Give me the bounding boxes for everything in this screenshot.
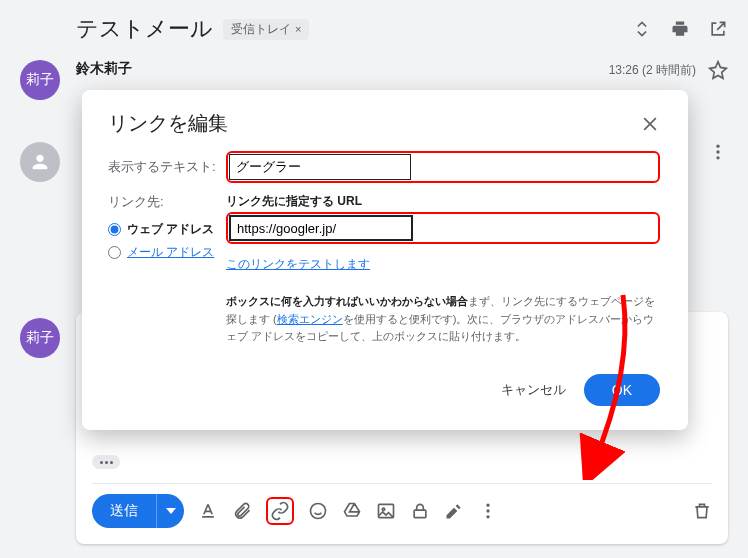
- discard-icon[interactable]: [692, 501, 712, 521]
- edit-link-dialog: リンクを編集 表示するテキスト: リンク先: ウェブ アドレス メール アドレス: [82, 90, 688, 430]
- signature-icon[interactable]: [444, 501, 464, 521]
- label-chip-text: 受信トレイ: [231, 21, 291, 38]
- svg-point-5: [382, 508, 385, 511]
- label-chip[interactable]: 受信トレイ ×: [223, 19, 309, 40]
- svg-point-0: [716, 145, 719, 148]
- svg-point-8: [486, 509, 489, 512]
- svg-point-9: [486, 515, 489, 518]
- drive-icon[interactable]: [342, 501, 362, 521]
- timestamp: 13:26 (2 時間前): [609, 62, 696, 79]
- print-icon[interactable]: [670, 19, 690, 39]
- open-new-icon[interactable]: [708, 19, 728, 39]
- test-link[interactable]: このリンクをテストします: [226, 256, 660, 273]
- url-title: リンク先に指定する URL: [226, 193, 660, 210]
- svg-point-1: [716, 150, 719, 153]
- link-target-label: リンク先:: [108, 193, 220, 211]
- compose-avatar: 莉子: [20, 318, 60, 358]
- radio-mail-input[interactable]: [108, 246, 121, 259]
- help-text: ボックスに何を入力すればいいかわからない場合まず、リンク先にするウェブページを探…: [226, 293, 660, 346]
- ok-button[interactable]: OK: [584, 374, 660, 406]
- svg-rect-6: [414, 510, 426, 518]
- svg-point-3: [311, 504, 326, 519]
- svg-point-2: [716, 156, 719, 159]
- cancel-button[interactable]: キャンセル: [501, 381, 566, 399]
- insert-link-icon[interactable]: [266, 497, 294, 525]
- dialog-title: リンクを編集: [108, 110, 228, 137]
- radio-web-input[interactable]: [108, 223, 121, 236]
- display-text-input[interactable]: [229, 154, 411, 180]
- star-icon[interactable]: [708, 60, 728, 80]
- attach-icon[interactable]: [232, 501, 252, 521]
- more-icon[interactable]: [708, 142, 728, 162]
- emoji-icon[interactable]: [308, 501, 328, 521]
- avatar-generic: [20, 142, 60, 182]
- sender-name: 鈴木莉子: [76, 60, 132, 78]
- avatar: 莉子: [20, 60, 60, 100]
- url-input[interactable]: [229, 215, 413, 241]
- show-trimmed-icon[interactable]: [92, 455, 120, 469]
- collapse-expand-icon[interactable]: [632, 19, 652, 39]
- radio-mail-address[interactable]: メール アドレス: [108, 244, 220, 261]
- send-button[interactable]: 送信: [92, 494, 156, 528]
- image-icon[interactable]: [376, 501, 396, 521]
- format-icon[interactable]: [198, 501, 218, 521]
- send-options-button[interactable]: [156, 494, 184, 528]
- confidential-icon[interactable]: [410, 501, 430, 521]
- subject-text: テストメール: [76, 14, 213, 44]
- radio-web-address[interactable]: ウェブ アドレス: [108, 221, 220, 238]
- display-text-label: 表示するテキスト:: [108, 158, 220, 176]
- svg-point-7: [486, 504, 489, 507]
- close-icon[interactable]: [640, 114, 660, 134]
- label-chip-remove[interactable]: ×: [295, 23, 301, 35]
- more-options-icon[interactable]: [478, 501, 498, 521]
- search-engine-link[interactable]: 検索エンジン: [277, 313, 343, 325]
